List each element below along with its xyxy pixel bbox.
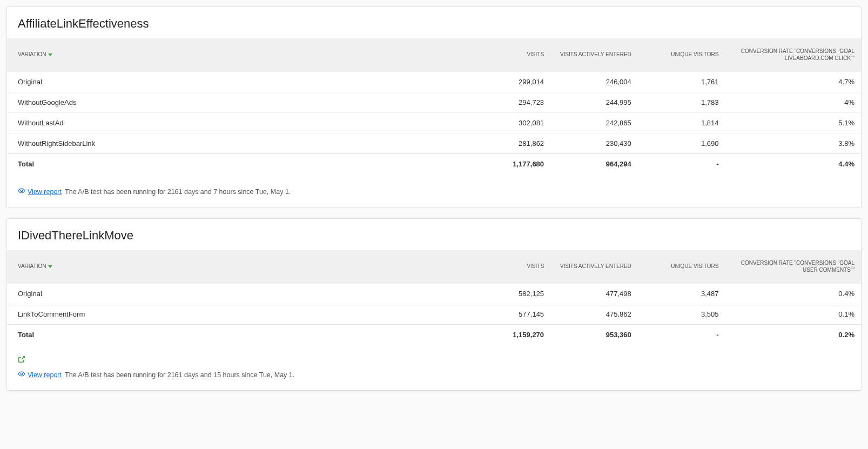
column-header-unique-visitors[interactable]: UNIQUE VISITORS bbox=[638, 250, 725, 284]
cell-entered: 953,360 bbox=[550, 325, 638, 345]
cell-variation: Total bbox=[7, 325, 473, 345]
column-header-unique-visitors[interactable]: UNIQUE VISITORS bbox=[638, 38, 725, 72]
cell-entered: 230,430 bbox=[550, 133, 638, 154]
cell-visits: 302,081 bbox=[473, 113, 550, 133]
svg-point-1 bbox=[21, 373, 23, 375]
cell-entered: 246,004 bbox=[550, 72, 638, 92]
cell-entered: 477,498 bbox=[550, 284, 638, 304]
cell-visits: 1,177,680 bbox=[473, 154, 550, 175]
cell-entered: 475,862 bbox=[550, 304, 638, 325]
table-row: WithoutGoogleAds294,723244,9951,7834% bbox=[7, 92, 861, 113]
column-header-label: VARIATION bbox=[18, 263, 46, 269]
column-header-variation[interactable]: VARIATION bbox=[7, 250, 473, 284]
view-report-link[interactable]: View report bbox=[28, 371, 62, 379]
table-row: WithoutLastAd302,081242,8651,8145.1% bbox=[7, 113, 861, 133]
table-row: WithoutRightSidebarLink281,862230,4301,6… bbox=[7, 133, 861, 154]
abtest-panel: AffiliateLinkEffectivenessVARIATIONVISIT… bbox=[6, 6, 862, 207]
column-header-visits-entered[interactable]: VISITS ACTIVELY ENTERED bbox=[550, 250, 638, 284]
cell-unique: 1,690 bbox=[638, 133, 725, 154]
cell-entered: 244,995 bbox=[550, 92, 638, 113]
table-row: Original582,125477,4983,4870.4% bbox=[7, 284, 861, 304]
cell-visits: 582,125 bbox=[473, 284, 550, 304]
cell-visits: 294,723 bbox=[473, 92, 550, 113]
cell-conversion: 0.4% bbox=[725, 284, 861, 304]
eye-icon bbox=[18, 187, 25, 196]
column-header-conversion-rate[interactable]: CONVERSION RATE "CONVERSIONS "GOAL USER … bbox=[725, 250, 861, 284]
table-row-total: Total1,159,270953,360-0.2% bbox=[7, 325, 861, 345]
column-header-visits-entered[interactable]: VISITS ACTIVELY ENTERED bbox=[550, 38, 638, 72]
cell-visits: 299,014 bbox=[473, 72, 550, 92]
table-row-total: Total1,177,680964,294-4.4% bbox=[7, 154, 861, 175]
cell-variation: LinkToCommentForm bbox=[7, 304, 473, 325]
cell-variation: WithoutRightSidebarLink bbox=[7, 133, 473, 154]
column-header-variation[interactable]: VARIATION bbox=[7, 38, 473, 72]
cell-conversion: 0.2% bbox=[725, 325, 861, 345]
abtest-panel: IDivedThereLinkMoveVARIATIONVISITSVISITS… bbox=[6, 218, 862, 391]
cell-unique: 3,505 bbox=[638, 304, 725, 325]
cell-variation: Original bbox=[7, 72, 473, 92]
column-header-visits[interactable]: VISITS bbox=[473, 250, 550, 284]
cell-unique: - bbox=[638, 154, 725, 175]
cell-entered: 242,865 bbox=[550, 113, 638, 133]
cell-conversion: 4% bbox=[725, 92, 861, 113]
panel-title: IDivedThereLinkMove bbox=[7, 219, 861, 250]
eye-icon bbox=[18, 370, 25, 379]
cell-conversion: 0.1% bbox=[725, 304, 861, 325]
panel-footer: View reportThe A/B test has been running… bbox=[7, 174, 861, 207]
table-row: Original299,014246,0041,7614.7% bbox=[7, 72, 861, 92]
sort-desc-icon bbox=[48, 265, 52, 268]
status-text: The A/B test has been running for 2161 d… bbox=[65, 188, 291, 196]
cell-variation: WithoutLastAd bbox=[7, 113, 473, 133]
table-row: LinkToCommentForm577,145475,8623,5050.1% bbox=[7, 304, 861, 325]
sort-desc-icon bbox=[48, 53, 52, 56]
view-report-link[interactable]: View report bbox=[28, 188, 62, 196]
cell-variation: Original bbox=[7, 284, 473, 304]
column-header-visits[interactable]: VISITS bbox=[473, 38, 550, 72]
cell-visits: 1,159,270 bbox=[473, 325, 550, 345]
svg-point-0 bbox=[21, 190, 23, 192]
cell-unique: - bbox=[638, 325, 725, 345]
cell-unique: 3,487 bbox=[638, 284, 725, 304]
status-text: The A/B test has been running for 2161 d… bbox=[65, 371, 294, 379]
cell-entered: 964,294 bbox=[550, 154, 638, 175]
cell-variation: Total bbox=[7, 154, 473, 175]
export-icon[interactable] bbox=[18, 356, 25, 365]
cell-conversion: 5.1% bbox=[725, 113, 861, 133]
panel-footer: View reportThe A/B test has been running… bbox=[7, 345, 861, 390]
results-table: VARIATIONVISITSVISITS ACTIVELY ENTEREDUN… bbox=[7, 250, 861, 345]
column-header-label: VARIATION bbox=[18, 51, 46, 57]
cell-conversion: 4.7% bbox=[725, 72, 861, 92]
cell-conversion: 4.4% bbox=[725, 154, 861, 175]
column-header-conversion-rate[interactable]: CONVERSION RATE "CONVERSIONS "GOAL LIVEA… bbox=[725, 38, 861, 72]
cell-visits: 281,862 bbox=[473, 133, 550, 154]
cell-visits: 577,145 bbox=[473, 304, 550, 325]
panel-title: AffiliateLinkEffectiveness bbox=[7, 7, 861, 38]
cell-unique: 1,783 bbox=[638, 92, 725, 113]
cell-variation: WithoutGoogleAds bbox=[7, 92, 473, 113]
cell-unique: 1,814 bbox=[638, 113, 725, 133]
results-table: VARIATIONVISITSVISITS ACTIVELY ENTEREDUN… bbox=[7, 38, 861, 174]
cell-unique: 1,761 bbox=[638, 72, 725, 92]
cell-conversion: 3.8% bbox=[725, 133, 861, 154]
